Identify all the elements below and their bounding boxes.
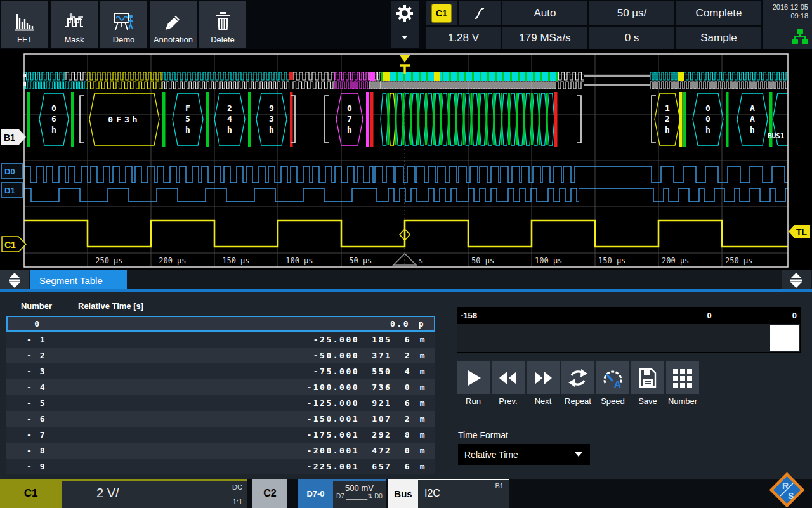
channel-bar: C1 2 V/ DC 1:1 C2 D7-0 500 mV D7 ______⇅…	[0, 479, 812, 508]
digital-d70-settings[interactable]: 500 mV D7 ______⇅ D0	[333, 479, 386, 508]
bus-ack-bar	[546, 93, 548, 145]
bus-overview-sep	[426, 72, 428, 81]
segment-unit: m	[411, 382, 435, 392]
timebase-cell[interactable]: 50 µs/	[589, 1, 674, 25]
gear-icon	[393, 1, 416, 30]
bus-marker-bar	[27, 92, 30, 147]
number-button[interactable]	[666, 361, 699, 394]
waveform-display[interactable]: 06h0F3hF5h24h93h07h12h00hAAhBUS1-250 µs-…	[0, 49, 812, 270]
fft-button[interactable]: FFT	[1, 1, 48, 48]
bus-overview-error	[289, 72, 293, 80]
acquisition-status-cell: Complete	[676, 1, 761, 25]
trigger-slope-icon	[472, 6, 487, 21]
repeat-button[interactable]	[561, 361, 594, 394]
trigger-level-cell[interactable]: 1.28 V	[426, 27, 501, 49]
segment-unit: m	[411, 430, 435, 440]
segment-number: - 3	[6, 367, 67, 376]
bus-overview-yellow	[383, 72, 390, 81]
channel-c1-tab[interactable]: C1	[0, 479, 62, 508]
rewind-icon	[497, 367, 520, 389]
trigger-level-tag-label: TL	[796, 227, 808, 237]
bus-ack-bar	[531, 93, 533, 145]
bus-overview-sep	[518, 72, 520, 81]
grid-number-icon	[671, 367, 694, 389]
demo-label: Demo	[113, 35, 135, 44]
speed-button[interactable]: A	[596, 361, 629, 394]
trigger-mode-cell[interactable]: Auto	[502, 1, 587, 25]
delete-button[interactable]: Delete	[199, 1, 246, 48]
annotation-button[interactable]: Annotation	[150, 1, 197, 48]
top-toolbar: FFT Mask Demo Annotation Delete C1 Au	[0, 0, 812, 49]
mask-button[interactable]: Mask	[51, 1, 98, 48]
bus-marker-bar	[554, 92, 558, 147]
segment-table-body: 0 0.0 p- 1 -25.000 185 6 m- 2 -50.000 37…	[6, 316, 435, 474]
segment-slider-scale: -158 0 0	[457, 307, 801, 323]
save-button[interactable]	[631, 361, 664, 394]
pencil-icon	[162, 11, 184, 32]
table-row[interactable]: - 2 -50.000 371 2 m	[6, 348, 435, 363]
trigger-source-cell[interactable]: C1	[426, 1, 457, 25]
bus-ack-bar	[425, 93, 427, 145]
digital-d70-tab[interactable]: D7-0	[298, 479, 333, 508]
bus-overview-sep	[510, 72, 512, 81]
bus-ack-bar	[485, 93, 487, 145]
bus-overview-sep	[419, 72, 421, 81]
acquisition-mode-cell: Sample	[676, 27, 761, 49]
tab-segment-table[interactable]: Segment Table	[30, 270, 127, 291]
next-label: Next	[527, 396, 560, 406]
segment-slider-handle[interactable]	[770, 325, 799, 351]
bus-frame-label: 06h	[51, 103, 56, 134]
bus-ack-bar	[387, 93, 389, 145]
bus-overview-sep	[502, 72, 504, 81]
next-button[interactable]	[527, 361, 560, 394]
svg-text:A: A	[614, 379, 621, 389]
channel-c2-tab[interactable]: C2	[252, 479, 287, 508]
bus-settings[interactable]: I2C B1	[418, 479, 509, 508]
bus-marker-bar	[366, 92, 369, 147]
settings-menu[interactable]	[391, 1, 419, 48]
run-button[interactable]	[457, 361, 490, 394]
c1-scale: 2 V/	[96, 486, 119, 500]
bus-ack-bar	[478, 93, 480, 145]
table-row[interactable]: 0 0.0 p	[6, 316, 435, 332]
trigger-slope-cell[interactable]	[459, 1, 501, 25]
time-axis-label: -250 µs	[91, 256, 123, 265]
bus-frame-label: 00h	[705, 103, 710, 134]
bus-marker-bar	[206, 92, 209, 147]
table-row[interactable]: - 4 -100.000 736 0 m	[6, 379, 435, 395]
repeat-label: Repeat	[561, 396, 594, 406]
bus-ack-bar	[501, 93, 502, 145]
table-row[interactable]: - 7 -175.001 292 8 m	[6, 427, 435, 443]
trigger-source-badge: C1	[431, 4, 452, 23]
time-axis-label: 250 µs	[725, 256, 752, 265]
bus-overview-yellow	[678, 72, 684, 81]
bus-tab[interactable]: Bus	[388, 479, 418, 508]
channel-c1-settings[interactable]: 2 V/ DC 1:1	[62, 479, 247, 508]
repeat-icon	[566, 367, 590, 389]
table-row[interactable]: - 9 -225.001 657 6 m	[6, 459, 435, 474]
mask-icon	[63, 11, 85, 32]
table-row[interactable]: - 5 -125.000 921 6 m	[6, 395, 435, 411]
horizontal-position-cell[interactable]: 0 s	[589, 27, 674, 49]
bus-ack-bar	[508, 93, 510, 145]
table-row[interactable]: - 3 -75.000 550 4 m	[6, 363, 435, 379]
table-row[interactable]: - 6 -150.001 107 2 m	[6, 411, 435, 427]
up-down-arrows-icon	[789, 271, 804, 289]
bus-overview-sep	[540, 72, 542, 81]
prev-button[interactable]	[492, 361, 525, 394]
segment-unit: m	[411, 446, 435, 455]
bus-overview-pulse	[24, 82, 88, 89]
bus-overview-sep	[533, 72, 535, 81]
time-format-dropdown[interactable]: Relative Time	[458, 444, 590, 465]
bus-overview-sep	[480, 72, 481, 81]
table-row[interactable]: - 8 -200.001 472 0 m	[6, 443, 435, 459]
bus-frame-label: 24h	[227, 103, 232, 134]
segment-slider-track[interactable]	[457, 323, 801, 353]
table-row[interactable]: - 1 -25.000 185 6 m	[6, 332, 435, 348]
bus-marker-bar	[683, 92, 686, 147]
bus-ack-bar	[410, 93, 412, 145]
segment-relative-time: -125.000 921 6	[67, 398, 411, 408]
collapse-panel-button[interactable]	[0, 270, 29, 291]
collapse-panel-button-right[interactable]	[782, 270, 811, 291]
demo-button[interactable]: Demo	[100, 1, 147, 48]
